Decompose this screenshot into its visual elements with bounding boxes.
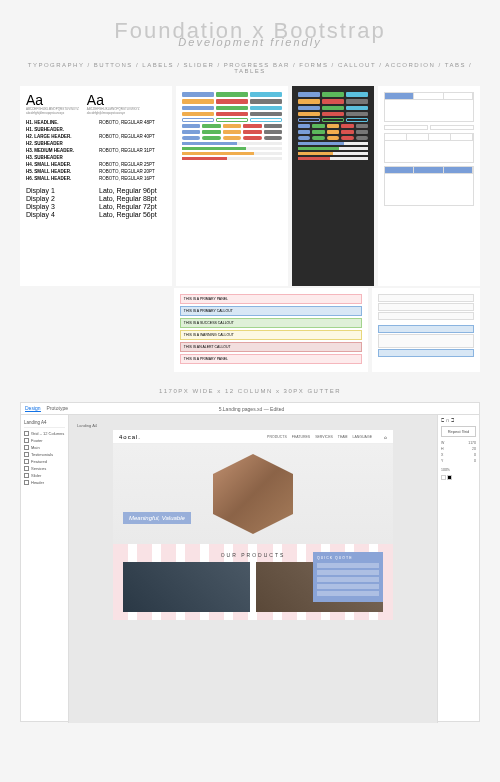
layer-item[interactable]: Header bbox=[24, 479, 65, 486]
heading-label: H1. SUBHEADER. bbox=[26, 127, 93, 132]
layer-item[interactable]: Slider bbox=[24, 472, 65, 479]
xd-canvas[interactable]: Landing A4 4ocal. PRODUCTS FEATURES SERV… bbox=[69, 415, 437, 723]
align-center-icon[interactable]: ⊓ bbox=[446, 418, 449, 423]
button-outline[interactable] bbox=[216, 118, 248, 122]
nav-language[interactable]: LANGUAGE bbox=[353, 435, 372, 439]
tab-prototype[interactable]: Prototype bbox=[47, 405, 68, 412]
quote-input[interactable] bbox=[317, 563, 379, 568]
button-sample[interactable] bbox=[346, 112, 368, 116]
button-sample[interactable] bbox=[250, 99, 282, 104]
button-outline[interactable] bbox=[182, 118, 214, 122]
xd-app-window: Design Prototype 5.Landing pages.xd — Ed… bbox=[20, 402, 480, 722]
button-outline[interactable] bbox=[346, 118, 368, 122]
heading-spec: ROBOTO, REGULAR 48PT bbox=[99, 120, 166, 125]
button-outline[interactable] bbox=[298, 118, 320, 122]
tabs-component bbox=[384, 92, 474, 122]
rect-icon bbox=[24, 459, 29, 464]
button-sample[interactable] bbox=[216, 99, 248, 104]
artboard-tab[interactable]: Landing A4 bbox=[24, 418, 65, 428]
x-value[interactable]: 0 bbox=[474, 453, 476, 457]
align-right-icon[interactable]: ⊐ bbox=[451, 418, 454, 423]
layer-item[interactable]: Featured bbox=[24, 458, 65, 465]
label-sample bbox=[327, 130, 339, 134]
xd-filename: 5.Landing pages.xd — Edited bbox=[219, 406, 285, 412]
button-sample[interactable] bbox=[250, 92, 282, 97]
button-sample[interactable] bbox=[322, 112, 344, 116]
aa-sample-2: Aa bbox=[87, 92, 104, 108]
layer-item[interactable]: Services bbox=[24, 465, 65, 472]
button-sample[interactable] bbox=[250, 106, 282, 110]
nav-products[interactable]: PRODUCTS bbox=[267, 435, 287, 439]
xd-properties-panel: ⊏ ⊓ ⊐ Repeat Grid W1170 H20 X0 Y0 100% bbox=[437, 415, 479, 723]
repeat-grid-button[interactable]: Repeat Grid bbox=[441, 426, 476, 437]
quote-input[interactable] bbox=[317, 570, 379, 575]
button-sample[interactable] bbox=[216, 112, 248, 116]
label-sample bbox=[356, 130, 368, 134]
quote-input[interactable] bbox=[317, 584, 379, 589]
callout: THIS IS A WARNING CALLOUT bbox=[180, 330, 362, 340]
height-value[interactable]: 20 bbox=[472, 447, 476, 451]
button-sample[interactable] bbox=[182, 112, 214, 116]
align-left-icon[interactable]: ⊏ bbox=[441, 418, 444, 423]
progress-bar bbox=[182, 147, 282, 150]
progress-bar bbox=[182, 142, 282, 145]
text-icon bbox=[24, 452, 29, 457]
quote-input[interactable] bbox=[317, 591, 379, 596]
quote-input[interactable] bbox=[317, 577, 379, 582]
landing-nav: PRODUCTS FEATURES SERVICES TEAM LANGUAGE bbox=[267, 435, 372, 439]
button-sample[interactable] bbox=[216, 92, 248, 97]
button-outline[interactable] bbox=[322, 118, 344, 122]
button-sample[interactable] bbox=[346, 92, 368, 97]
display-spec: Lato, Regular 88pt bbox=[99, 195, 166, 202]
nav-services[interactable]: SERVICES bbox=[315, 435, 333, 439]
y-value[interactable]: 0 bbox=[474, 459, 476, 463]
label-sample bbox=[202, 136, 220, 140]
button-sample[interactable] bbox=[346, 99, 368, 104]
button-sample[interactable] bbox=[182, 92, 214, 97]
forms-panel bbox=[378, 86, 480, 286]
ui-kit-panels: AaABCDEFGHIJKLMNOPQRSTUVWXYZabcdefghijkl… bbox=[20, 86, 480, 286]
button-sample[interactable] bbox=[298, 106, 320, 110]
width-value[interactable]: 1170 bbox=[468, 441, 476, 445]
opacity-value[interactable]: 100% bbox=[441, 468, 450, 472]
text-icon bbox=[24, 466, 29, 471]
label-sample bbox=[312, 130, 324, 134]
button-sample[interactable] bbox=[298, 99, 320, 104]
button-sample[interactable] bbox=[298, 112, 320, 116]
nav-team[interactable]: TEAM bbox=[338, 435, 348, 439]
heading-spec: ROBOTO, REGULAR 16PT bbox=[99, 176, 166, 181]
button-sample[interactable] bbox=[322, 99, 344, 104]
button-sample[interactable] bbox=[216, 106, 248, 110]
label-sample bbox=[356, 124, 368, 128]
layer-item[interactable]: Testimonials bbox=[24, 451, 65, 458]
search-icon[interactable]: ⌕ bbox=[384, 434, 387, 440]
layer-item[interactable]: Main bbox=[24, 444, 65, 451]
button-sample[interactable] bbox=[298, 92, 320, 97]
progress-bar bbox=[298, 152, 368, 155]
label-sample bbox=[298, 130, 310, 134]
buttons-panel-dark bbox=[292, 86, 374, 286]
xd-layers-panel: Landing A4 Grid – 12 ColumnsFooterMainTe… bbox=[21, 415, 69, 723]
progress-bar bbox=[182, 152, 282, 155]
callout: THIS IS A SUCCESS CALLOUT bbox=[180, 318, 362, 328]
landing-header: 4ocal. PRODUCTS FEATURES SERVICES TEAM L… bbox=[113, 430, 393, 444]
nav-features[interactable]: FEATURES bbox=[292, 435, 310, 439]
tab-design[interactable]: Design bbox=[25, 405, 41, 412]
layer-item[interactable]: Footer bbox=[24, 437, 65, 444]
rect-icon bbox=[24, 473, 29, 478]
label-sample bbox=[298, 124, 310, 128]
aa-sample-1: Aa bbox=[26, 92, 43, 108]
display-label: Display 3 bbox=[26, 203, 93, 210]
label-sample bbox=[182, 124, 200, 128]
button-sample[interactable] bbox=[182, 99, 214, 104]
button-sample[interactable] bbox=[322, 106, 344, 110]
label-sample bbox=[223, 136, 241, 140]
callout: THIS IS A PRIMARY CALLOUT bbox=[180, 306, 362, 316]
button-outline[interactable] bbox=[250, 118, 282, 122]
layer-item[interactable]: Grid – 12 Columns bbox=[24, 430, 65, 437]
button-sample[interactable] bbox=[250, 112, 282, 116]
label-sample bbox=[202, 130, 220, 134]
button-sample[interactable] bbox=[346, 106, 368, 110]
button-sample[interactable] bbox=[182, 106, 214, 110]
button-sample[interactable] bbox=[322, 92, 344, 97]
